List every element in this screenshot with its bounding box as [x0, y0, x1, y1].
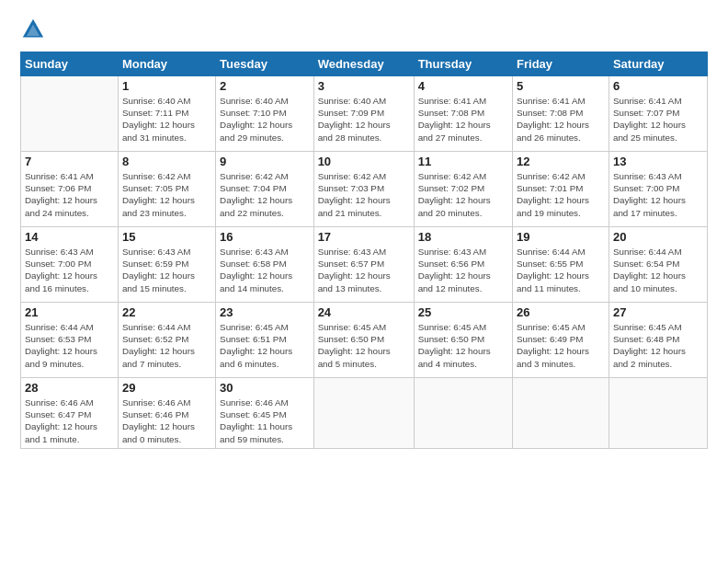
- logo-icon: [20, 17, 46, 42]
- weekday-header-friday: Friday: [513, 52, 609, 76]
- day-cell: 29Sunrise: 6:46 AM Sunset: 6:46 PM Dayli…: [118, 378, 215, 449]
- day-number: 24: [318, 305, 410, 319]
- day-number: 27: [613, 305, 703, 319]
- day-number: 19: [517, 230, 605, 244]
- day-cell: 28Sunrise: 6:46 AM Sunset: 6:47 PM Dayli…: [21, 378, 119, 449]
- day-number: 29: [122, 381, 211, 395]
- day-info: Sunrise: 6:43 AM Sunset: 7:00 PM Dayligh…: [613, 170, 703, 219]
- day-info: Sunrise: 6:44 AM Sunset: 6:54 PM Dayligh…: [613, 246, 703, 294]
- day-info: Sunrise: 6:46 AM Sunset: 6:47 PM Dayligh…: [25, 396, 114, 445]
- day-cell: 6Sunrise: 6:41 AM Sunset: 7:07 PM Daylig…: [609, 76, 707, 152]
- day-info: Sunrise: 6:42 AM Sunset: 7:04 PM Dayligh…: [220, 170, 310, 219]
- header: [20, 17, 708, 42]
- day-cell: 7Sunrise: 6:41 AM Sunset: 7:06 PM Daylig…: [21, 152, 119, 227]
- weekday-header-sunday: Sunday: [21, 52, 119, 76]
- day-cell: [513, 378, 609, 449]
- day-number: 4: [418, 79, 508, 93]
- day-number: 13: [613, 155, 703, 168]
- day-cell: 25Sunrise: 6:45 AM Sunset: 6:50 PM Dayli…: [414, 303, 512, 378]
- day-info: Sunrise: 6:40 AM Sunset: 7:10 PM Dayligh…: [220, 95, 310, 144]
- day-cell: 24Sunrise: 6:45 AM Sunset: 6:50 PM Dayli…: [313, 303, 414, 378]
- day-number: 22: [122, 305, 211, 319]
- day-cell: 16Sunrise: 6:43 AM Sunset: 6:58 PM Dayli…: [216, 227, 314, 303]
- day-cell: 19Sunrise: 6:44 AM Sunset: 6:55 PM Dayli…: [513, 227, 609, 303]
- weekday-header-saturday: Saturday: [609, 52, 707, 76]
- day-info: Sunrise: 6:43 AM Sunset: 6:59 PM Dayligh…: [122, 246, 211, 294]
- week-row-5: 28Sunrise: 6:46 AM Sunset: 6:47 PM Dayli…: [21, 378, 708, 449]
- week-row-2: 7Sunrise: 6:41 AM Sunset: 7:06 PM Daylig…: [21, 152, 708, 227]
- day-number: 25: [418, 305, 508, 319]
- day-info: Sunrise: 6:44 AM Sunset: 6:52 PM Dayligh…: [122, 321, 211, 370]
- day-number: 17: [318, 230, 410, 244]
- day-info: Sunrise: 6:45 AM Sunset: 6:50 PM Dayligh…: [318, 321, 410, 370]
- day-number: 26: [517, 305, 605, 319]
- day-cell: 3Sunrise: 6:40 AM Sunset: 7:09 PM Daylig…: [313, 76, 414, 152]
- day-number: 15: [122, 230, 211, 244]
- day-number: 9: [220, 155, 310, 168]
- day-number: 16: [220, 230, 310, 244]
- day-info: Sunrise: 6:41 AM Sunset: 7:07 PM Dayligh…: [613, 95, 703, 144]
- day-info: Sunrise: 6:42 AM Sunset: 7:01 PM Dayligh…: [517, 170, 605, 219]
- day-cell: 5Sunrise: 6:41 AM Sunset: 7:08 PM Daylig…: [513, 76, 609, 152]
- day-info: Sunrise: 6:42 AM Sunset: 7:03 PM Dayligh…: [318, 170, 410, 219]
- day-number: 23: [220, 305, 310, 319]
- day-cell: [21, 76, 119, 152]
- day-info: Sunrise: 6:43 AM Sunset: 6:56 PM Dayligh…: [418, 246, 508, 294]
- calendar-table: SundayMondayTuesdayWednesdayThursdayFrid…: [20, 52, 708, 449]
- day-info: Sunrise: 6:43 AM Sunset: 6:57 PM Dayligh…: [318, 246, 410, 294]
- week-row-1: 1Sunrise: 6:40 AM Sunset: 7:11 PM Daylig…: [21, 76, 708, 152]
- day-cell: 8Sunrise: 6:42 AM Sunset: 7:05 PM Daylig…: [118, 152, 215, 227]
- day-cell: 15Sunrise: 6:43 AM Sunset: 6:59 PM Dayli…: [118, 227, 215, 303]
- day-number: 14: [25, 230, 114, 244]
- week-row-4: 21Sunrise: 6:44 AM Sunset: 6:53 PM Dayli…: [21, 303, 708, 378]
- day-cell: [609, 378, 707, 449]
- day-cell: [414, 378, 512, 449]
- day-cell: 22Sunrise: 6:44 AM Sunset: 6:52 PM Dayli…: [118, 303, 215, 378]
- day-number: 10: [318, 155, 410, 168]
- day-info: Sunrise: 6:45 AM Sunset: 6:51 PM Dayligh…: [220, 321, 310, 370]
- day-number: 2: [220, 79, 310, 93]
- day-cell: 18Sunrise: 6:43 AM Sunset: 6:56 PM Dayli…: [414, 227, 512, 303]
- day-cell: 27Sunrise: 6:45 AM Sunset: 6:48 PM Dayli…: [609, 303, 707, 378]
- day-number: 3: [318, 79, 410, 93]
- day-info: Sunrise: 6:43 AM Sunset: 7:00 PM Dayligh…: [25, 246, 114, 294]
- day-cell: [313, 378, 414, 449]
- day-info: Sunrise: 6:45 AM Sunset: 6:48 PM Dayligh…: [613, 321, 703, 370]
- day-cell: 1Sunrise: 6:40 AM Sunset: 7:11 PM Daylig…: [118, 76, 215, 152]
- week-row-3: 14Sunrise: 6:43 AM Sunset: 7:00 PM Dayli…: [21, 227, 708, 303]
- day-info: Sunrise: 6:41 AM Sunset: 7:08 PM Dayligh…: [517, 95, 605, 144]
- day-cell: 26Sunrise: 6:45 AM Sunset: 6:49 PM Dayli…: [513, 303, 609, 378]
- day-number: 1: [122, 79, 211, 93]
- day-info: Sunrise: 6:42 AM Sunset: 7:05 PM Dayligh…: [122, 170, 211, 219]
- logo: [20, 17, 50, 42]
- day-cell: 14Sunrise: 6:43 AM Sunset: 7:00 PM Dayli…: [21, 227, 119, 303]
- day-number: 11: [418, 155, 508, 168]
- day-info: Sunrise: 6:43 AM Sunset: 6:58 PM Dayligh…: [220, 246, 310, 294]
- day-cell: 21Sunrise: 6:44 AM Sunset: 6:53 PM Dayli…: [21, 303, 119, 378]
- day-cell: 4Sunrise: 6:41 AM Sunset: 7:08 PM Daylig…: [414, 76, 512, 152]
- day-info: Sunrise: 6:42 AM Sunset: 7:02 PM Dayligh…: [418, 170, 508, 219]
- day-cell: 12Sunrise: 6:42 AM Sunset: 7:01 PM Dayli…: [513, 152, 609, 227]
- weekday-header-thursday: Thursday: [414, 52, 512, 76]
- day-number: 7: [25, 155, 114, 168]
- day-info: Sunrise: 6:41 AM Sunset: 7:06 PM Dayligh…: [25, 170, 114, 219]
- day-number: 18: [418, 230, 508, 244]
- day-number: 5: [517, 79, 605, 93]
- day-info: Sunrise: 6:40 AM Sunset: 7:11 PM Dayligh…: [122, 95, 211, 144]
- day-cell: 17Sunrise: 6:43 AM Sunset: 6:57 PM Dayli…: [313, 227, 414, 303]
- day-info: Sunrise: 6:44 AM Sunset: 6:55 PM Dayligh…: [517, 246, 605, 294]
- day-info: Sunrise: 6:45 AM Sunset: 6:49 PM Dayligh…: [517, 321, 605, 370]
- day-cell: 11Sunrise: 6:42 AM Sunset: 7:02 PM Dayli…: [414, 152, 512, 227]
- weekday-header-wednesday: Wednesday: [313, 52, 414, 76]
- day-cell: 2Sunrise: 6:40 AM Sunset: 7:10 PM Daylig…: [216, 76, 314, 152]
- day-number: 28: [25, 381, 114, 395]
- day-number: 8: [122, 155, 211, 168]
- day-info: Sunrise: 6:41 AM Sunset: 7:08 PM Dayligh…: [418, 95, 508, 144]
- day-cell: 23Sunrise: 6:45 AM Sunset: 6:51 PM Dayli…: [216, 303, 314, 378]
- weekday-header-row: SundayMondayTuesdayWednesdayThursdayFrid…: [21, 52, 708, 76]
- day-number: 21: [25, 305, 114, 319]
- day-number: 12: [517, 155, 605, 168]
- page: SundayMondayTuesdayWednesdayThursdayFrid…: [0, 0, 728, 563]
- day-info: Sunrise: 6:46 AM Sunset: 6:45 PM Dayligh…: [220, 396, 310, 445]
- day-cell: 9Sunrise: 6:42 AM Sunset: 7:04 PM Daylig…: [216, 152, 314, 227]
